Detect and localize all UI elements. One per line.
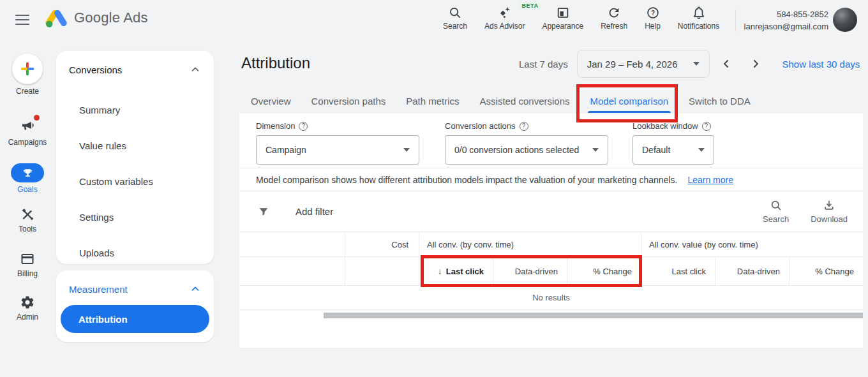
refresh-icon [607, 6, 621, 20]
filters-row: Dimension ? Campaign Conversion actions … [256, 121, 714, 165]
megaphone-icon [20, 117, 35, 133]
dimension-select[interactable]: Campaign [256, 135, 419, 165]
search-icon [448, 6, 462, 20]
rail-label-goals: Goals [0, 185, 55, 194]
previous-period-button[interactable] [714, 51, 739, 77]
table-subheader-row: ↓Last click Data-driven % Change Last cl… [239, 257, 863, 286]
tab-conversion-paths[interactable]: Conversion paths [301, 89, 396, 113]
tab-path-metrics[interactable]: Path metrics [396, 89, 469, 113]
tab-assisted-conversions[interactable]: Assisted conversions [470, 89, 580, 113]
lookback-window-select[interactable]: Default [632, 135, 714, 165]
measurement-header[interactable]: Measurement [56, 270, 214, 295]
column-header-pct-change-conv[interactable]: % Change [567, 257, 641, 285]
trophy-icon [22, 168, 33, 179]
sort-descending-icon: ↓ [438, 266, 442, 276]
topnav-search[interactable]: Search [443, 6, 467, 31]
show-last-30-days-link[interactable]: Show last 30 days [782, 59, 860, 70]
conversions-header[interactable]: Conversions [56, 51, 214, 75]
avatar[interactable] [833, 8, 857, 32]
conversion-actions-label: Conversion actions ? [445, 121, 608, 131]
notification-dot [34, 115, 40, 121]
account-info[interactable]: 584-855-2852 lanrejason@gmail.com [744, 8, 828, 33]
search-icon [770, 199, 782, 212]
help-icon[interactable]: ? [299, 122, 308, 131]
billing-card-icon [0, 251, 55, 267]
svg-text:?: ? [650, 10, 654, 17]
page-title: Attribution [241, 54, 310, 72]
date-range-picker[interactable]: Jan 29 – Feb 4, 2026 [577, 50, 710, 78]
chevron-down-icon [403, 148, 410, 152]
rail-label-admin: Admin [0, 313, 55, 322]
create-button[interactable] [12, 54, 43, 84]
tab-model-comparison[interactable]: Model comparison [580, 89, 679, 113]
sidebar-item-custom-variables[interactable]: Custom variables [56, 163, 214, 199]
learn-more-link[interactable]: Learn more [687, 175, 733, 185]
sidebar-item-summary[interactable]: Summary [56, 92, 214, 128]
rail-item-admin[interactable]: Admin [0, 295, 55, 322]
conversion-actions-select[interactable]: 0/0 conversion actions selected [445, 135, 608, 165]
column-header-cost[interactable]: Cost [345, 232, 419, 256]
topnav: Search BETA Ads Advisor Appearance Refre… [443, 6, 719, 31]
table-download-button[interactable]: Download [811, 199, 848, 224]
table-toolbar: Add filter Search Download [239, 191, 863, 232]
help-icon[interactable]: ? [702, 122, 711, 131]
rail-item-create[interactable]: Create [0, 54, 55, 96]
sparkle-icon [498, 6, 512, 20]
sidebar-item-uploads[interactable]: Uploads [56, 235, 214, 270]
help-icon: ? [646, 6, 660, 20]
brand: Google Ads [45, 8, 148, 28]
column-header-data-driven-value[interactable]: Data-driven [715, 257, 789, 285]
tab-overview[interactable]: Overview [241, 89, 301, 113]
appearance-icon [556, 6, 570, 20]
chevron-up-icon [190, 283, 201, 295]
plus-icon [19, 61, 36, 77]
filter-funnel-icon[interactable] [257, 205, 270, 218]
rail-item-goals[interactable]: Goals [0, 163, 55, 194]
column-header-last-click-value[interactable]: Last click [641, 257, 715, 285]
google-ads-app: Google Ads Search BETA Ads Advisor Appea… [0, 0, 868, 377]
empty-state-row: No results [239, 286, 863, 310]
rail-label-create: Create [0, 87, 55, 96]
chevron-down-icon [693, 62, 700, 66]
table-search-button[interactable]: Search [763, 199, 789, 224]
rail-item-tools[interactable]: Tools [0, 207, 55, 233]
topnav-refresh[interactable]: Refresh [601, 6, 627, 31]
horizontal-scrollbar[interactable] [324, 313, 863, 318]
conversions-card: Conversions Summary Value rules Custom v… [56, 51, 214, 264]
chevron-up-icon [190, 64, 201, 75]
model-comparison-panel: Dimension ? Campaign Conversion actions … [239, 114, 863, 348]
rail-item-campaigns[interactable]: Campaigns [0, 117, 55, 147]
topnav-ads-advisor[interactable]: BETA Ads Advisor [484, 6, 525, 31]
column-header-data-driven-conv[interactable]: Data-driven [493, 257, 567, 285]
tab-switch-to-dda[interactable]: Switch to DDA [678, 89, 761, 113]
row-label-column [239, 232, 345, 256]
next-period-button[interactable] [743, 51, 768, 77]
topnav-appearance[interactable]: Appearance [542, 6, 583, 31]
add-filter-button[interactable]: Add filter [296, 206, 333, 217]
no-results-text: No results [532, 293, 570, 302]
gear-icon [0, 295, 55, 310]
help-icon[interactable]: ? [520, 122, 528, 131]
rail-label-tools: Tools [0, 225, 55, 233]
menu-icon[interactable] [15, 15, 29, 25]
info-text: Model comparison shows how different att… [256, 175, 677, 185]
column-header-pct-change-value[interactable]: % Change [789, 257, 863, 285]
tools-icon [0, 207, 55, 222]
rail-item-billing[interactable]: Billing [0, 251, 55, 278]
table-group-header-row: Cost All conv. (by conv. time) All conv.… [239, 232, 863, 257]
google-ads-logo-icon [45, 8, 68, 28]
column-header-last-click-conv[interactable]: ↓Last click [419, 257, 493, 285]
lookback-window-label: Lookback window ? [632, 121, 714, 131]
topnav-help[interactable]: ? Help [645, 6, 661, 31]
date-controls: Last 7 days Jan 29 – Feb 4, 2026 Show la… [519, 50, 860, 78]
column-group-all-conv: All conv. (by conv. time) [419, 232, 641, 256]
bell-icon [692, 6, 706, 20]
account-phone: 584-855-2852 [744, 8, 828, 20]
rail-label-billing: Billing [0, 269, 55, 278]
goals-active-pill[interactable] [11, 163, 44, 182]
sidebar-item-settings[interactable]: Settings [56, 199, 214, 235]
sidebar-item-value-rules[interactable]: Value rules [56, 128, 214, 163]
topnav-notifications[interactable]: Notifications [678, 6, 719, 31]
chevron-down-icon [592, 148, 599, 152]
sidebar-item-attribution[interactable]: Attribution [61, 305, 209, 333]
